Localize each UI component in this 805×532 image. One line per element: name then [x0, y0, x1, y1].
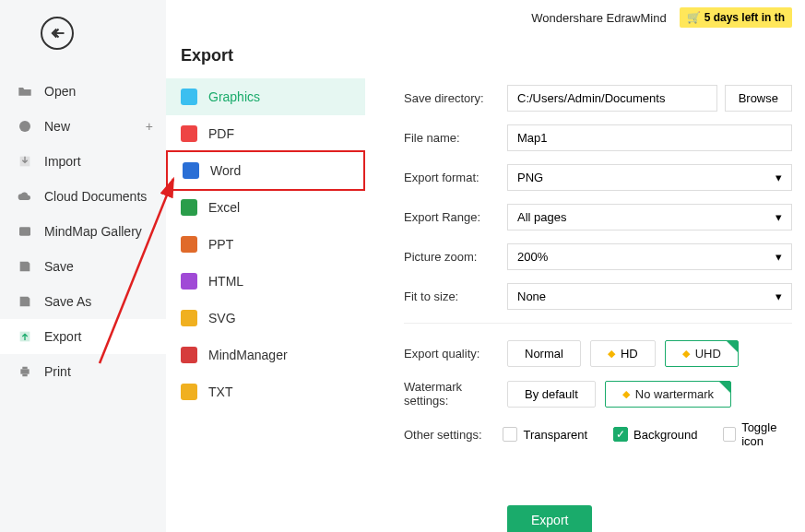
save-icon	[17, 258, 33, 275]
sidebar-item-gallery[interactable]: MindMap Gallery	[0, 214, 166, 249]
html-icon	[181, 273, 197, 290]
transparent-checkbox[interactable]: Transparent	[503, 427, 587, 442]
export-format-txt[interactable]: TXT	[166, 373, 365, 410]
export-format-label: MindManager	[208, 348, 288, 362]
format-select[interactable]: PNG▾	[507, 164, 792, 191]
svg-rect-1	[19, 227, 30, 235]
chevron-down-icon: ▾	[775, 210, 782, 224]
export-format-label: TXT	[208, 384, 232, 399]
export-icon	[17, 328, 33, 345]
export-format-label: HTML	[208, 274, 243, 289]
sidebar-item-label: Import	[44, 154, 81, 169]
sidebar-item-saveas[interactable]: Save As	[0, 284, 166, 319]
app-name: Wondershare EdrawMind	[531, 11, 666, 25]
sidebar-item-label: Cloud Documents	[44, 189, 147, 204]
diamond-icon: ◆	[608, 348, 615, 360]
svg-icon	[181, 310, 197, 326]
quality-hd[interactable]: ◆HD	[590, 340, 656, 367]
divider	[404, 323, 792, 324]
trial-badge[interactable]: 🛒 5 days left in th	[680, 7, 792, 28]
watermark-none[interactable]: ◆No wartermark	[605, 381, 731, 408]
quality-label: Export quality:	[404, 347, 507, 361]
txt-icon	[181, 384, 197, 400]
chevron-down-icon: ▾	[775, 250, 782, 264]
format-label: Export format:	[404, 171, 507, 184]
sidebar-item-print[interactable]: Print	[0, 354, 166, 389]
file-name-input[interactable]	[507, 124, 792, 151]
export-format-label: PPT	[208, 237, 233, 252]
quality-uhd[interactable]: ◆UHD	[665, 340, 739, 367]
export-format-svg[interactable]: SVG	[166, 300, 365, 337]
export-format-mindmanager[interactable]: MindManager	[166, 337, 365, 373]
diamond-icon: ◆	[682, 348, 690, 360]
chevron-down-icon: ▾	[775, 290, 782, 303]
sidebar-item-open[interactable]: Open	[0, 74, 166, 109]
sidebar-item-import[interactable]: Import	[0, 144, 166, 179]
diamond-icon: ◆	[622, 388, 630, 400]
sidebar-item-label: MindMap Gallery	[44, 224, 142, 239]
export-format-ppt[interactable]: PPT	[166, 226, 365, 263]
file-sidebar: Open New + Import Cloud Documents MindMa…	[0, 0, 166, 532]
pdf-icon	[181, 125, 197, 142]
sidebar-item-save[interactable]: Save	[0, 249, 166, 284]
chevron-down-icon: ▾	[775, 171, 782, 184]
export-format-graphics[interactable]: Graphics	[166, 78, 365, 115]
zoom-label: Picture zoom:	[404, 250, 507, 264]
svg-point-0	[19, 121, 30, 132]
export-format-label: PDF	[208, 126, 234, 141]
fit-select[interactable]: None▾	[507, 283, 792, 310]
export-settings-panel: Wondershare EdrawMind 🛒 5 days left in t…	[365, 0, 805, 532]
sidebar-item-export[interactable]: Export	[0, 319, 166, 354]
import-icon	[17, 153, 33, 170]
other-label: Other settings:	[404, 428, 503, 442]
export-format-list: Export Graphics PDF Word Excel PPT HTML …	[166, 0, 365, 532]
plus-icon: +	[146, 119, 153, 134]
sidebar-item-label: Save As	[44, 294, 91, 309]
sidebar-item-label: Save	[44, 259, 74, 274]
sidebar-item-label: New	[44, 119, 70, 134]
export-format-label: SVG	[208, 311, 236, 325]
export-title: Export	[166, 46, 365, 78]
range-label: Export Range:	[404, 210, 507, 224]
save-dir-label: Save directory:	[404, 91, 507, 105]
export-format-html[interactable]: HTML	[166, 263, 365, 300]
graphics-icon	[181, 89, 197, 105]
browse-button[interactable]: Browse	[725, 85, 792, 112]
zoom-select[interactable]: 200%▾	[507, 243, 792, 270]
toggle-icon-checkbox[interactable]: Toggle icon	[723, 420, 792, 448]
export-button[interactable]: Export	[507, 505, 592, 532]
folder-icon	[17, 83, 33, 100]
plus-circle-icon	[17, 118, 33, 135]
gallery-icon	[17, 223, 33, 240]
sidebar-item-label: Export	[44, 329, 81, 344]
back-button[interactable]	[41, 17, 74, 50]
cloud-icon	[17, 188, 33, 205]
sidebar-item-label: Open	[44, 84, 76, 99]
ppt-icon	[181, 236, 197, 253]
fit-label: Fit to size:	[404, 290, 507, 303]
export-format-word[interactable]: Word	[166, 150, 365, 191]
export-format-label: Word	[210, 163, 241, 178]
export-format-label: Excel	[208, 200, 240, 215]
watermark-default[interactable]: By default	[507, 381, 596, 408]
cart-icon: 🛒	[687, 11, 701, 24]
file-name-label: File name:	[404, 131, 507, 145]
range-select[interactable]: All pages▾	[507, 204, 792, 231]
export-format-pdf[interactable]: PDF	[166, 115, 365, 152]
saveas-icon	[17, 293, 33, 310]
export-format-excel[interactable]: Excel	[166, 189, 365, 226]
save-dir-input[interactable]	[507, 85, 717, 112]
sidebar-item-new[interactable]: New +	[0, 109, 166, 144]
quality-normal[interactable]: Normal	[507, 340, 581, 367]
sidebar-item-cloud[interactable]: Cloud Documents	[0, 179, 166, 214]
export-format-label: Graphics	[208, 89, 260, 104]
background-checkbox[interactable]: ✓Background	[613, 427, 697, 442]
mindmanager-icon	[181, 347, 197, 363]
print-icon	[17, 363, 33, 380]
excel-icon	[181, 199, 197, 216]
sidebar-item-label: Print	[44, 364, 71, 379]
watermark-label: Watermark settings:	[404, 380, 507, 408]
word-icon	[183, 162, 199, 179]
